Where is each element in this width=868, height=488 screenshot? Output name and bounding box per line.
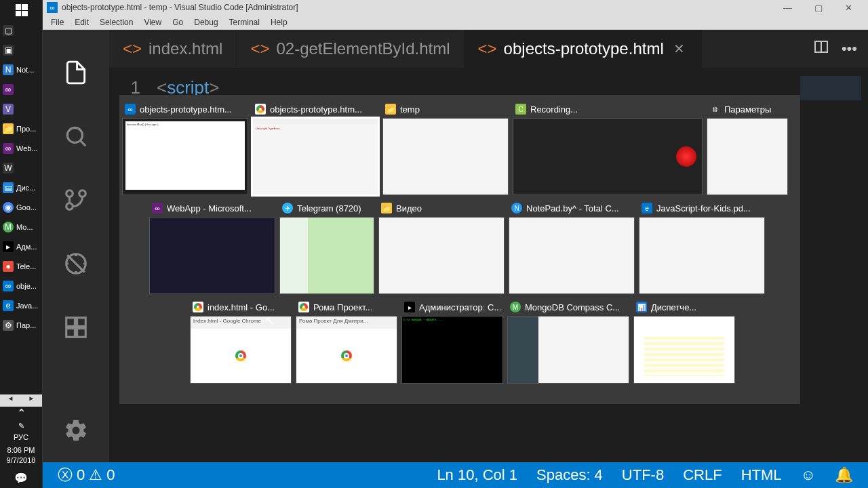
taskbar-lang[interactable]: ✎ [0,420,42,432]
status-cursor[interactable]: Ln 10, Col 1 [430,462,524,488]
record-icon [676,146,696,167]
taskbar-item[interactable]: ▸Адм... [0,237,42,256]
taskbar-item[interactable]: 📁Про... [0,119,42,138]
taskbar-item[interactable]: V [0,99,42,119]
taskbar-item[interactable]: ●Tele... [0,256,42,276]
window-preview [149,217,275,294]
titlebar[interactable]: ∞ objects-prototype.html - temp - Visual… [43,0,868,15]
taskbar-item[interactable]: ◉Goo... [0,197,42,217]
camtasia-icon: C [515,104,526,115]
alttab-window[interactable]: MMongoDB Compass C... [507,298,629,384]
status-feedback-icon[interactable]: ☺ [794,462,823,488]
window-preview: index.html - Google Chrome [190,316,292,384]
window-title: Telegram (8720) [297,203,361,214]
window-preview [507,316,629,384]
menu-terminal[interactable]: Terminal [224,16,265,28]
taskbar-item[interactable]: NNot... [0,60,42,79]
status-lang[interactable]: HTML [734,462,789,488]
alttab-window[interactable]: 📁temp [382,100,509,195]
minimize-button[interactable]: — [772,0,803,15]
status-eol[interactable]: CRLF [676,462,728,488]
search-icon[interactable] [59,119,93,153]
menu-file[interactable]: File [45,16,69,28]
show-desktop-icon[interactable]: ⌃ [0,407,42,420]
alttab-window[interactable]: eJavaScript-for-Kids.pd... [639,199,765,294]
status-bell-icon[interactable]: 🔔 [828,462,860,488]
taskbar-scroll[interactable]: ◄► [0,394,42,407]
action-center-icon[interactable]: 💬 [0,468,42,488]
explorer-icon[interactable] [59,56,93,89]
svg-point-2 [66,203,73,210]
menu-edit[interactable]: Edit [69,16,94,28]
settings-icon[interactable] [59,413,93,447]
statusbar: ⓧ0⚠0 Ln 10, Col 1 Spaces: 4 UTF-8 CRLF H… [43,462,868,488]
taskbar-label: Пар... [16,321,36,329]
source-control-icon[interactable] [59,183,93,217]
window-preview [513,118,703,195]
tab-close-icon[interactable]: ✕ [671,41,688,57]
taskbar-label: Дис... [16,184,35,192]
alttab-window[interactable]: ∞WebApp - Microsoft... [149,199,275,294]
alttab-window[interactable]: ∞objects-prototype.htm... function Man()… [122,100,248,195]
tab-label: 02-getElementById.html [276,39,450,58]
close-button[interactable]: ✕ [833,0,864,15]
window-title: WebApp - Microsoft... [167,203,252,214]
status-encoding[interactable]: UTF-8 [615,462,671,488]
taskbar-item[interactable]: ∞ [0,79,42,99]
more-actions-icon[interactable]: ••• [842,40,857,58]
taskbar-item[interactable]: 🖴Дис... [0,178,42,197]
alttab-window[interactable]: Рома Проект... Рома Проект Для Дмитри... [296,298,397,384]
window-preview [633,316,735,384]
start-button[interactable] [0,0,43,20]
split-editor-icon[interactable] [813,39,829,59]
debug-icon[interactable] [59,247,93,281]
status-errors[interactable]: ⓧ0⚠0 [51,462,122,488]
window-title: objects-prototype.htm... [270,104,362,115]
tab-getelementbyid[interactable]: <>02-getElementById.html [237,30,464,68]
alttab-window[interactable]: 📊Диспетче... [633,298,735,384]
svg-rect-8 [77,318,86,327]
menu-selection[interactable]: Selection [94,16,138,28]
taskbar-item[interactable]: ∞Web... [0,138,42,158]
taskbar-item[interactable]: eJava... [0,296,42,315]
taskbar-item[interactable]: ∞obje... [0,276,42,296]
taskbar-item[interactable]: W [0,158,42,178]
menu-help[interactable]: Help [265,16,293,28]
menu-go[interactable]: Go [167,16,189,28]
alttab-window[interactable]: ✈Telegram (8720) [279,199,374,294]
alttab-window[interactable]: objects-prototype.htm... Uncaught TypeEr… [252,100,378,195]
taskbar-clock[interactable]: 8:06 PM 9/7/2018 [0,443,42,468]
tab-objects-prototype[interactable]: <>objects-prototype.html✕ [465,30,702,68]
taskbar-lang-label[interactable]: РУС [0,432,42,443]
maximize-button[interactable]: ▢ [803,0,833,15]
svg-point-0 [67,127,82,142]
menu-view[interactable]: View [138,16,167,28]
cmd-icon: ▸ [404,302,415,312]
status-spaces[interactable]: Spaces: 4 [530,462,610,488]
taskbar-item[interactable]: ⚙Пар... [0,315,42,335]
menubar: File Edit Selection View Go Debug Termin… [43,15,868,30]
taskbar-label: Tele... [16,262,36,270]
alttab-window[interactable]: ⚙Параметры [707,100,788,195]
alttab-window[interactable]: index.html - Go... index.html - Google C… [190,298,292,384]
window-title: Администратор: С... [419,302,501,312]
alttab-window[interactable]: CRecording... [513,100,703,195]
window-preview: function Man() { this.age; } [122,118,248,195]
minimap[interactable] [793,73,868,462]
window-title: Параметры [724,104,771,115]
menu-debug[interactable]: Debug [189,16,223,28]
alttab-window[interactable]: ▸Администратор: С... C:\> mongod --dbpat… [401,298,503,384]
extensions-icon[interactable] [59,310,93,344]
taskbar-item[interactable]: ▣ [0,40,42,60]
tab-index[interactable]: <>index.html [109,30,237,68]
taskbar-item[interactable]: MМо... [0,217,42,237]
chrome-icon [298,302,309,312]
taskbar-label: Адм... [16,243,37,251]
error-icon: ⓧ [58,465,73,485]
taskbar-item[interactable]: ▢ [0,20,42,40]
notepad-icon: N [511,203,522,214]
svg-rect-5 [66,318,75,327]
taskmgr-icon: 📊 [636,302,647,312]
alttab-window[interactable]: 📁Видео [378,199,505,294]
alttab-window[interactable]: NNotePad.by^ - Total C... [509,199,635,294]
